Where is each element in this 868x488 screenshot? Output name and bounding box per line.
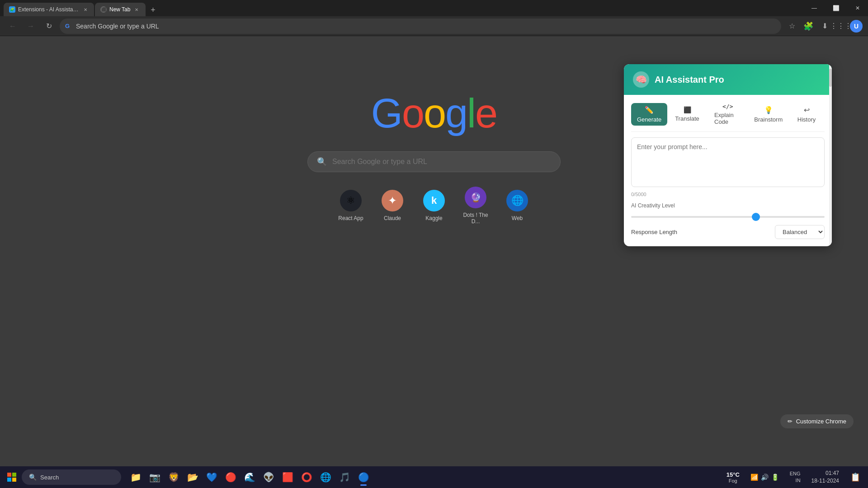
- search-input[interactable]: [332, 158, 551, 166]
- prompt-counter: 0/5000: [631, 192, 825, 197]
- shortcuts-row: ⚛ React App ✦ Claude k Kaggle 🔮 Dots ! T…: [334, 187, 534, 225]
- taskbar-right: 15°C Fog 📶 🔊 🔋 ENGIN 01:47 18-11-2024 📋: [723, 468, 864, 487]
- ai-tab-brainstorm[interactable]: 💡 Brainstorm: [750, 103, 787, 126]
- address-text: Search Google or type a URL: [76, 23, 159, 30]
- taskbar-app-vscode[interactable]: 💙: [203, 468, 221, 487]
- shortcut-claude[interactable]: ✦ Claude: [375, 190, 410, 221]
- minimize-button[interactable]: —: [804, 0, 825, 16]
- code-icon: </>: [722, 103, 733, 110]
- profile-button[interactable]: U: [850, 20, 863, 33]
- customize-icon: ✏: [788, 418, 793, 425]
- spotify-icon: 🎵: [339, 472, 350, 483]
- customize-chrome-button[interactable]: ✏ Customize Chrome: [780, 414, 854, 428]
- shortcut-icon-web: 🌐: [506, 190, 528, 211]
- ai-tab-translate[interactable]: ⬛ Translate: [669, 103, 705, 125]
- creativity-label: AI Creativity Level: [631, 202, 825, 209]
- chrome-icon: 🔵: [358, 472, 369, 483]
- wifi-icon[interactable]: 📶: [750, 474, 758, 481]
- shortcut-label-kaggle: Kaggle: [425, 215, 442, 221]
- reload-button[interactable]: ↻: [42, 19, 56, 33]
- browser-frame: 🧩 Extensions - AI Assistant Pro ✕ ⬛ New …: [0, 0, 868, 488]
- address-bar[interactable]: G Search Google or type a URL: [60, 19, 781, 34]
- maximize-button[interactable]: ⬜: [826, 0, 846, 16]
- shortcut-icon-dots: 🔮: [465, 187, 486, 208]
- shortcut-kaggle[interactable]: k Kaggle: [417, 190, 451, 221]
- panel-scrollbar-thumb: [829, 69, 832, 87]
- apps-button[interactable]: ⋮⋮⋮: [834, 19, 848, 33]
- logo-o1: o: [402, 91, 424, 136]
- window-controls: — ⬜ ✕: [804, 0, 868, 16]
- taskbar-app-chrome[interactable]: 🔵: [354, 468, 373, 487]
- toolbar: ← → ↻ G Search Google or type a URL ☆ 🧩 …: [0, 16, 868, 36]
- response-length-label: Response Length: [631, 229, 677, 235]
- google-favicon: G: [65, 23, 72, 30]
- notification-icon: 📋: [850, 472, 860, 482]
- search-icon: 🔍: [317, 157, 327, 167]
- taskbar-app-opera[interactable]: 🌊: [241, 468, 259, 487]
- creativity-section: AI Creativity Level: [631, 202, 825, 220]
- start-button[interactable]: [4, 469, 20, 485]
- shortcut-icon-react: ⚛: [340, 190, 362, 211]
- shortcut-dots[interactable]: 🔮 Dots ! The D...: [458, 187, 493, 225]
- taskbar-app-reddit[interactable]: 👽: [259, 468, 278, 487]
- taskbar-app-edge[interactable]: 🌐: [316, 468, 335, 487]
- svg-rect-0: [7, 473, 11, 477]
- tab-extensions[interactable]: 🧩 Extensions - AI Assistant Pro ✕: [4, 3, 94, 16]
- ai-tab-generate[interactable]: ✏️ Generate: [631, 103, 667, 126]
- bookmark-button[interactable]: ☆: [785, 19, 799, 33]
- tab-new-tab[interactable]: ⬛ New Tab ✕: [95, 3, 146, 16]
- shortcut-web[interactable]: 🌐 Web: [500, 190, 534, 221]
- prompt-textarea[interactable]: [631, 137, 825, 187]
- ai-panel-body: ✏️ Generate ⬛ Translate </> Explain Code…: [624, 95, 832, 246]
- ai-tab-explain-code[interactable]: </> Explain Code: [707, 100, 749, 128]
- close-button[interactable]: ✕: [847, 0, 868, 16]
- taskbar-app-instagram[interactable]: 📷: [146, 468, 164, 487]
- panel-scrollbar[interactable]: [829, 64, 832, 246]
- extension-puzzle-button[interactable]: 🧩: [801, 19, 816, 33]
- ai-tab-history-label: History: [797, 116, 816, 123]
- reddit-icon: 👽: [263, 472, 274, 483]
- clock-date: 18-11-2024: [811, 477, 839, 485]
- notification-button[interactable]: 📋: [846, 468, 864, 487]
- search-box[interactable]: 🔍: [307, 151, 561, 172]
- forward-button[interactable]: →: [24, 19, 38, 33]
- back-button[interactable]: ←: [5, 19, 20, 33]
- taskbar-app-opera2[interactable]: ⭕: [297, 468, 316, 487]
- clock[interactable]: 01:47 18-11-2024: [808, 469, 843, 485]
- weather-widget[interactable]: 15°C Fog: [723, 471, 743, 483]
- language-indicator[interactable]: ENGIN: [786, 470, 804, 484]
- taskbar-app-folder[interactable]: 📂: [184, 468, 202, 487]
- response-length-select[interactable]: Short Balanced Long Very Long: [775, 225, 825, 239]
- shortcut-label-web: Web: [512, 215, 523, 221]
- windows-logo-icon: [7, 473, 16, 482]
- response-length-row: Response Length Short Balanced Long Very…: [631, 225, 825, 239]
- taskbar-app-brave[interactable]: 🦁: [165, 468, 183, 487]
- tab-bar: 🧩 Extensions - AI Assistant Pro ✕ ⬛ New …: [4, 0, 804, 16]
- shortcut-react-app[interactable]: ⚛ React App: [334, 190, 368, 221]
- battery-icon[interactable]: 🔋: [771, 474, 779, 481]
- tab-close-new-tab[interactable]: ✕: [133, 6, 140, 13]
- taskbar-search[interactable]: 🔍 Search: [22, 469, 121, 485]
- new-tab-button[interactable]: +: [146, 4, 159, 16]
- volume-icon[interactable]: 🔊: [761, 474, 769, 481]
- svg-rect-2: [7, 478, 11, 482]
- shortcut-icon-claude: ✦: [382, 190, 403, 211]
- ai-tab-history[interactable]: ↩ History: [788, 103, 825, 126]
- taskbar-app-spotify[interactable]: 🎵: [335, 468, 354, 487]
- tab-close-extensions[interactable]: ✕: [82, 6, 89, 13]
- instagram-icon: 📷: [149, 472, 160, 483]
- svg-rect-1: [12, 473, 16, 477]
- taskbar-app-file-explorer[interactable]: 📁: [127, 468, 145, 487]
- customize-label: Customize Chrome: [796, 418, 846, 425]
- tab-favicon-new-tab: ⬛: [100, 6, 107, 13]
- taskbar-app-red-square[interactable]: 🟥: [278, 468, 297, 487]
- taskbar-app-red-circle[interactable]: 🔴: [222, 468, 240, 487]
- logo-o2: o: [424, 91, 445, 136]
- translate-icon: ⬛: [684, 106, 691, 113]
- creativity-slider[interactable]: [631, 216, 825, 218]
- file-explorer-icon: 📁: [130, 472, 142, 483]
- vscode-icon: 💙: [206, 472, 217, 483]
- taskbar-search-text: Search: [40, 474, 59, 481]
- logo-g2: g: [445, 91, 467, 136]
- edge-icon: 🌐: [320, 472, 331, 483]
